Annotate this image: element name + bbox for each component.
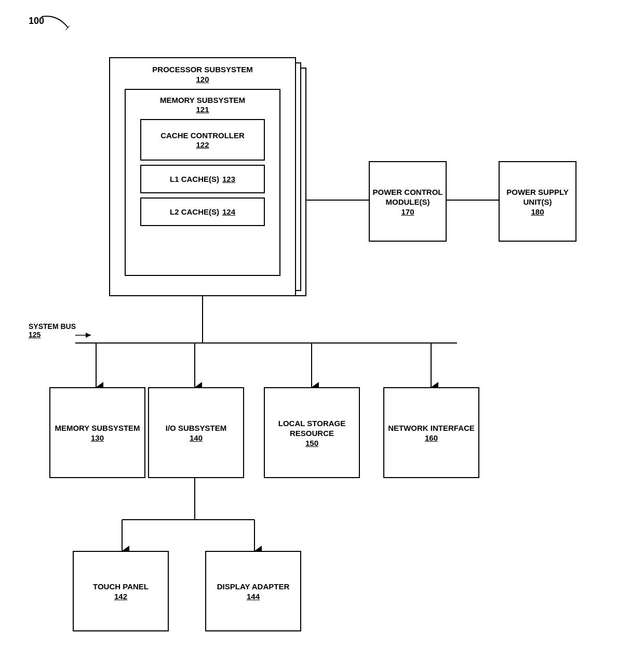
processor-subsystem-label: PROCESSOR SUBSYSTEM 120 — [152, 64, 252, 84]
power-control-box: POWER CONTROL MODULE(S) 170 — [369, 161, 447, 242]
system-bus-arrow — [73, 327, 93, 343]
power-supply-box: POWER SUPPLY UNIT(S) 180 — [499, 161, 576, 242]
l1-cache-box: L1 CACHE(S) 123 — [140, 165, 265, 193]
l2-cache-box: L2 CACHE(S) 124 — [140, 197, 265, 226]
io-subsystem-box: I/O SUBSYSTEM 140 — [148, 387, 244, 478]
diagram-container: 100 — [0, 0, 644, 660]
local-storage-box: LOCAL STORAGE RESOURCE 150 — [264, 387, 360, 478]
cache-controller-box: CACHE CONTROLLER 122 — [140, 119, 265, 161]
processor-subsystem-box: PROCESSOR SUBSYSTEM 120 MEMORY SUBSYSTEM… — [109, 57, 296, 296]
svg-marker-19 — [86, 333, 91, 338]
touch-panel-box: TOUCH PANEL 142 — [73, 551, 169, 631]
memory-subsystem-121-label: MEMORY SUBSYSTEM 121 — [160, 95, 245, 114]
memory-subsystem-121-box: MEMORY SUBSYSTEM 121 CACHE CONTROLLER 12… — [125, 89, 280, 276]
figure-arrow — [36, 11, 78, 32]
system-bus-label: SYSTEM BUS 125 — [29, 322, 76, 339]
display-adapter-box: DISPLAY ADAPTER 144 — [205, 551, 301, 631]
network-interface-box: NETWORK INTERFACE 160 — [383, 387, 479, 478]
memory-subsystem-130-box: MEMORY SUBSYSTEM 130 — [49, 387, 145, 478]
